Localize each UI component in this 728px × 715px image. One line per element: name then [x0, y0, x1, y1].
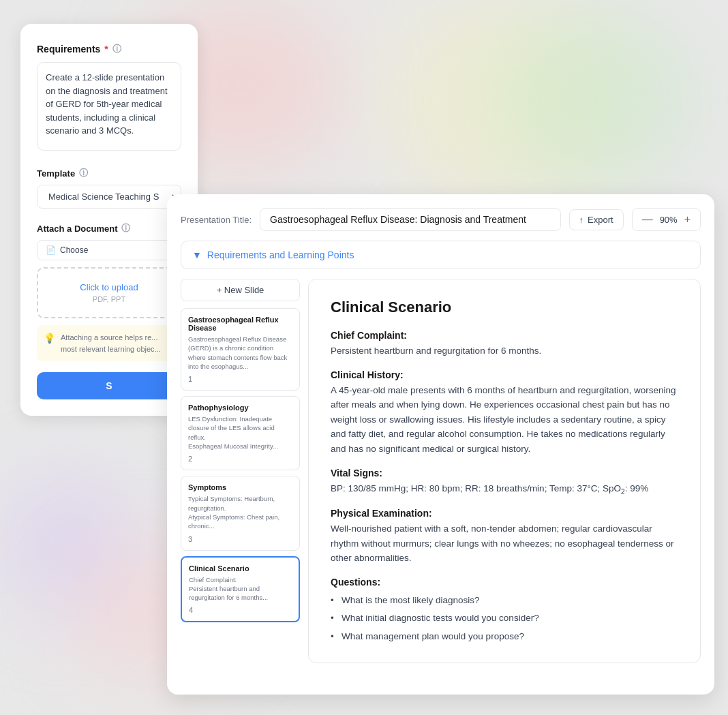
slide-card-title-2: Pathophysiology — [188, 404, 292, 412]
slide-card-text-4: Chief Complaint:Persistent heartburn and… — [189, 575, 292, 603]
slide-card-2[interactable]: Pathophysiology LES Dysfunction: Inadequ… — [181, 396, 300, 470]
slide-card-text-3: Typical Symptoms: Heartburn, regurgitati… — [188, 494, 292, 530]
hint-text: Attaching a source helps re... most rele… — [61, 332, 175, 354]
slide-card-3[interactable]: Symptoms Typical Symptoms: Heartburn, re… — [181, 476, 300, 550]
upload-types: PDF, PPT — [52, 295, 166, 303]
new-slide-button[interactable]: + New Slide — [181, 279, 300, 301]
section-text-clinical-history: A 45-year-old male presents with 6 month… — [331, 383, 678, 457]
right-panel: Presentation Title: ↑ Export — 90% + ▼ R… — [167, 194, 714, 695]
generate-button[interactable]: S — [37, 372, 181, 399]
hint-icon: 💡 — [44, 333, 55, 354]
slide-number-3: 3 — [188, 535, 292, 543]
section-questions: Questions: What is the most likely diagn… — [331, 577, 678, 645]
choose-file-button[interactable]: 📄 Choose — [37, 240, 181, 260]
upload-link[interactable]: Click to upload — [52, 282, 166, 292]
template-section: Template ⓘ Medical Science Teaching S — [37, 167, 181, 209]
info-icon-requirements: ⓘ — [112, 43, 121, 55]
template-label: Template ⓘ — [37, 167, 181, 179]
accordion-title: Requirements and Learning Points — [207, 249, 354, 260]
slide-card-title-4: Clinical Scenario — [189, 564, 292, 573]
slide-number-4: 4 — [189, 606, 292, 614]
section-physical-exam: Physical Examination: Well-nourished pat… — [331, 508, 678, 566]
section-text-vital-signs: BP: 130/85 mmHg; HR: 80 bpm; RR: 18 brea… — [331, 481, 678, 498]
question-3: What management plan would you propose? — [331, 628, 678, 645]
file-icon: 📄 — [46, 245, 56, 255]
attach-label: Attach a Document ⓘ — [37, 222, 181, 234]
bg-blob-green — [489, 14, 694, 184]
question-1: What is the most likely diagnosis? — [331, 592, 678, 609]
required-star: * — [104, 44, 108, 55]
section-clinical-history: Clinical History: A 45-year-old male pre… — [331, 369, 678, 457]
section-vital-signs: Vital Signs: BP: 130/85 mmHg; HR: 80 bpm… — [331, 468, 678, 498]
requirements-input[interactable]: Create a 12-slide presentation on the di… — [37, 62, 181, 151]
zoom-level: 90% — [660, 215, 678, 225]
section-text-chief-complaint: Persistent heartburn and regurgitation f… — [331, 344, 678, 359]
export-icon: ↑ — [579, 215, 584, 225]
upload-area: Click to upload PDF, PPT — [37, 267, 181, 318]
requirements-text: Requirements — [37, 44, 100, 55]
chevron-down-icon: ▼ — [192, 249, 202, 260]
section-heading-vital-signs: Vital Signs: — [331, 468, 678, 478]
section-chief-complaint: Chief Complaint: Persistent heartburn an… — [331, 330, 678, 359]
requirements-accordion[interactable]: ▼ Requirements and Learning Points — [181, 241, 701, 269]
bg-blob-yellow — [387, 0, 626, 204]
slide-card-title-3: Symptoms — [188, 483, 292, 491]
slide-card-text-1: Gastroesophageal Reflux Disease (GERD) i… — [188, 335, 292, 371]
zoom-in-button[interactable]: + — [683, 213, 692, 226]
question-2: What initial diagnostic tests would you … — [331, 609, 678, 627]
template-select[interactable]: Medical Science Teaching S — [37, 185, 181, 209]
slide-card-4[interactable]: Clinical Scenario Chief Complaint:Persis… — [181, 556, 300, 623]
slide-content-view: Clinical Scenario Chief Complaint: Persi… — [308, 279, 701, 663]
attach-section: Attach a Document ⓘ 📄 Choose Click to up… — [37, 222, 181, 361]
section-heading-clinical-history: Clinical History: — [331, 369, 678, 380]
info-icon-attach: ⓘ — [121, 222, 130, 234]
section-heading-physical-exam: Physical Examination: — [331, 508, 678, 519]
presentation-title-label: Presentation Title: — [181, 215, 252, 225]
slide-main-title: Clinical Scenario — [331, 299, 678, 316]
bg-blob-purple — [0, 476, 136, 613]
slide-number-2: 2 — [188, 455, 292, 463]
export-button[interactable]: ↑ Export — [569, 209, 624, 230]
slide-list: + New Slide Gastroesophageal Reflux Dise… — [181, 279, 300, 663]
slide-card-1[interactable]: Gastroesophageal Reflux Disease Gastroes… — [181, 308, 300, 391]
hint-box: 💡 Attaching a source helps re... most re… — [37, 325, 181, 361]
slide-card-title-1: Gastroesophageal Reflux Disease — [188, 316, 292, 332]
requirements-label: Requirements * ⓘ — [37, 43, 181, 55]
info-icon-template: ⓘ — [79, 167, 88, 179]
presentation-title-input[interactable] — [260, 208, 560, 231]
presentation-header: Presentation Title: ↑ Export — 90% + — [181, 208, 701, 231]
content-area: + New Slide Gastroesophageal Reflux Dise… — [181, 279, 701, 663]
questions-list: What is the most likely diagnosis? What … — [331, 592, 678, 645]
section-text-physical-exam: Well-nourished patient with a soft, non-… — [331, 521, 678, 566]
section-heading-chief-complaint: Chief Complaint: — [331, 330, 678, 341]
slide-number-1: 1 — [188, 375, 292, 383]
section-heading-questions: Questions: — [331, 577, 678, 588]
zoom-controls: — 90% + — [632, 208, 701, 231]
slide-card-text-2: LES Dysfunction: Inadequate closure of t… — [188, 414, 292, 451]
zoom-out-button[interactable]: — — [641, 213, 654, 226]
